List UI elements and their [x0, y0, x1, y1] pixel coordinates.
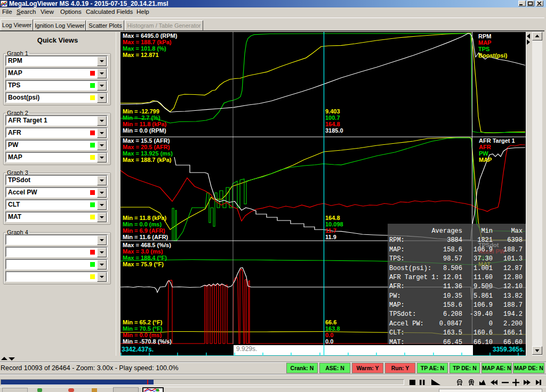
- svg-text:Min = 11.8 (kPa): Min = 11.8 (kPa): [123, 121, 167, 127]
- svg-text:3359.365s.: 3359.365s.: [493, 346, 525, 353]
- svg-text:11.9: 11.9: [325, 234, 336, 240]
- svg-text:Max = 188.7 (kPa): Max = 188.7 (kPa): [123, 157, 172, 163]
- svg-text:Min = -2.7 (%): Min = -2.7 (%): [123, 115, 160, 121]
- svg-text:Max = 188.4 (°F): Max = 188.4 (°F): [123, 255, 167, 261]
- svg-text:Max = 20.5 (AFR): Max = 20.5 (AFR): [123, 144, 170, 150]
- svg-text:11.7: 11.7: [325, 227, 336, 234]
- svg-text:Min = 0.0 (RPM): Min = 0.0 (RPM): [123, 127, 166, 134]
- svg-text:Min = 70.5 (°F): Min = 70.5 (°F): [123, 325, 163, 332]
- svg-text:9.403: 9.403: [325, 108, 340, 115]
- svg-text:Min = 0.0 (ms): Min = 0.0 (ms): [123, 332, 162, 338]
- svg-text:9.929s.: 9.929s.: [236, 345, 257, 353]
- svg-text:0.0: 0.0: [325, 338, 333, 345]
- svg-text:Max = 75.9 (°F): Max = 75.9 (°F): [123, 261, 164, 267]
- svg-text:Max = 15.5 (AFR): Max = 15.5 (AFR): [123, 137, 170, 144]
- svg-text:Max = 188.7 (kPa): Max = 188.7 (kPa): [123, 39, 172, 45]
- svg-text:10.098: 10.098: [325, 221, 343, 227]
- svg-text:Max = 3.0 (ms): Max = 3.0 (ms): [123, 248, 163, 255]
- svg-text:Min = 65.2 (°F): Min = 65.2 (°F): [123, 319, 163, 325]
- svg-text:Max = 13.925 (ms): Max = 13.925 (ms): [123, 150, 173, 157]
- svg-text:Min = 11.8 (kPa): Min = 11.8 (kPa): [123, 215, 167, 221]
- svg-text:PW: PW: [479, 150, 488, 157]
- svg-text:Max = 6495.0 (RPM): Max = 6495.0 (RPM): [123, 32, 178, 39]
- svg-text:Max = 101.8 (%): Max = 101.8 (%): [123, 45, 166, 52]
- svg-text:RPM: RPM: [478, 33, 491, 39]
- svg-text:Min = -12.799: Min = -12.799: [123, 108, 159, 115]
- svg-text:Min = -570.8 (%/s): Min = -570.8 (%/s): [123, 338, 172, 345]
- svg-text:100.7: 100.7: [325, 115, 340, 121]
- svg-text:0.0: 0.0: [325, 332, 333, 338]
- svg-text:164.8: 164.8: [325, 121, 340, 127]
- svg-text:Min = 0.0 (ms): Min = 0.0 (ms): [123, 221, 162, 227]
- svg-text:AFR Target 1: AFR Target 1: [479, 137, 515, 144]
- svg-text:Min = 11.6 (AFR): Min = 11.6 (AFR): [123, 234, 168, 240]
- svg-text:3342.437s.: 3342.437s.: [122, 346, 154, 353]
- svg-text:Max = 468.5 (%/s): Max = 468.5 (%/s): [123, 242, 171, 248]
- svg-text:TPS: TPS: [478, 46, 489, 52]
- svg-text:163.8: 163.8: [325, 325, 340, 332]
- svg-text:Min = 6.9 (AFR): Min = 6.9 (AFR): [123, 227, 165, 234]
- svg-text:Max = 12.871: Max = 12.871: [123, 52, 159, 58]
- svg-text:MAP: MAP: [479, 157, 492, 163]
- svg-text:Boost(psi): Boost(psi): [478, 52, 508, 59]
- svg-text:AFR: AFR: [479, 144, 491, 150]
- svg-text:3185.0: 3185.0: [325, 127, 343, 134]
- svg-text:164.8: 164.8: [325, 215, 340, 221]
- svg-text:MAP: MAP: [478, 39, 491, 46]
- svg-text:66.6: 66.6: [325, 319, 336, 325]
